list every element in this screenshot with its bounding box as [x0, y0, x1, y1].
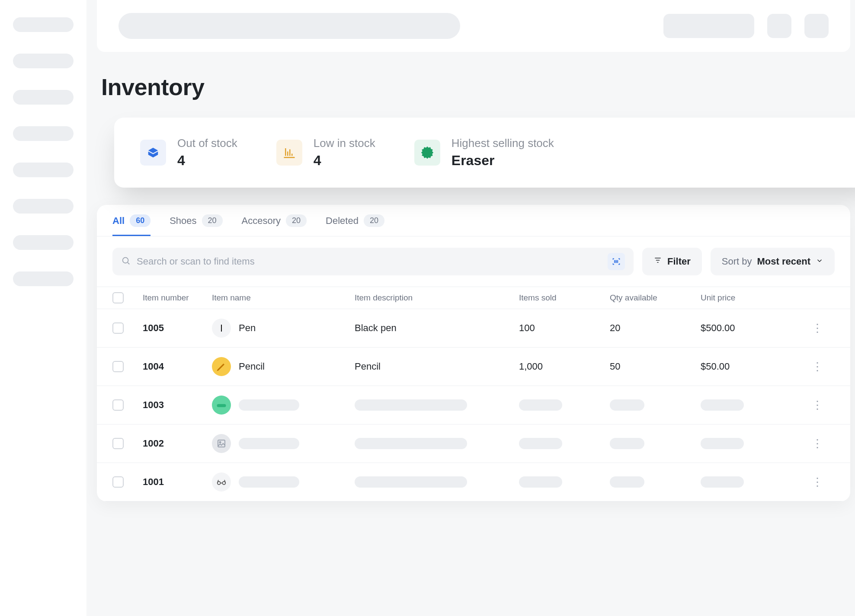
- cell-item-name: [212, 396, 350, 415]
- tab-count: 60: [130, 214, 151, 227]
- cell-unit-price: [701, 476, 796, 488]
- barcode-scan-icon[interactable]: [608, 253, 625, 270]
- cell-item-name: [212, 472, 350, 492]
- col-item-number: Item number: [143, 293, 208, 303]
- row-checkbox[interactable]: [112, 476, 124, 488]
- cell-unit-price: [701, 438, 796, 449]
- sidebar-item-skeleton: [13, 90, 74, 105]
- sidebar-item-skeleton: [13, 54, 74, 68]
- trend-down-icon: [276, 140, 302, 166]
- table-row[interactable]: 1002⋮: [97, 424, 850, 463]
- summary-low-stock[interactable]: Low in stock 4: [276, 137, 375, 169]
- row-actions-menu[interactable]: ⋮: [800, 437, 835, 450]
- cell-item-description: [355, 476, 515, 488]
- cell-items-sold: 100: [519, 322, 605, 334]
- cell-unit-price: $500.00: [701, 322, 796, 334]
- cell-item-number: 1001: [143, 476, 208, 488]
- row-checkbox[interactable]: [112, 322, 124, 334]
- summary-value: 4: [314, 153, 375, 169]
- row-actions-menu[interactable]: ⋮: [800, 476, 835, 489]
- svg-point-0: [123, 258, 128, 263]
- cell-qty-available: [610, 476, 696, 488]
- cell-item-name: Pen: [212, 319, 350, 338]
- tab-shoes[interactable]: Shoes 20: [170, 214, 222, 236]
- cell-item-description: Black pen: [355, 322, 515, 334]
- row-actions-menu[interactable]: ⋮: [800, 399, 835, 412]
- sort-value: Most recent: [757, 256, 810, 267]
- row-checkbox[interactable]: [112, 399, 124, 411]
- cell-qty-available: [610, 438, 696, 449]
- inventory-table-card: All 60 Shoes 20 Accesory 20 Deleted 20: [97, 205, 850, 501]
- sidebar-item-skeleton: [13, 126, 74, 141]
- skeleton: [355, 399, 467, 411]
- sidebar-item-skeleton: [13, 199, 74, 214]
- summary-label: Out of stock: [177, 137, 237, 150]
- col-qty-available: Qty available: [610, 293, 696, 303]
- tab-label: Shoes: [170, 215, 196, 227]
- topbar-search-skeleton: [118, 13, 460, 39]
- table-header: Item number Item name Item description I…: [97, 287, 850, 309]
- sort-label: Sort by: [722, 256, 752, 267]
- skeleton: [701, 438, 744, 449]
- search-icon: [121, 256, 131, 267]
- table-row[interactable]: 1004PencilPencil1,00050$50.00⋮: [97, 348, 850, 386]
- cell-item-name: [212, 434, 350, 453]
- skeleton: [355, 438, 467, 449]
- main-content: Inventory Out of stock 4 Low in stock 4: [86, 0, 855, 616]
- col-item-name: Item name: [212, 293, 350, 303]
- skeleton: [519, 438, 562, 449]
- skeleton: [519, 476, 562, 488]
- cell-item-description: [355, 438, 515, 449]
- tab-label: Accesory: [242, 215, 281, 227]
- item-name-text: Pen: [239, 322, 256, 334]
- cell-items-sold: [519, 476, 605, 488]
- sidebar-item-skeleton: [13, 17, 74, 32]
- tabs: All 60 Shoes 20 Accesory 20 Deleted 20: [97, 205, 850, 236]
- summary-out-of-stock[interactable]: Out of stock 4: [140, 137, 237, 169]
- tab-label: All: [112, 215, 125, 227]
- sort-dropdown[interactable]: Sort by Most recent: [711, 248, 835, 275]
- cell-item-number: 1005: [143, 322, 208, 334]
- cell-item-number: 1004: [143, 361, 208, 372]
- topbar-icon-skeleton: [804, 14, 829, 38]
- cell-item-name: Pencil: [212, 357, 350, 376]
- item-thumbnail: [212, 319, 231, 338]
- sidebar-item-skeleton: [13, 235, 74, 250]
- cell-item-description: Pencil: [355, 361, 515, 372]
- summary-label: Highest selling stock: [452, 137, 554, 150]
- summary-label: Low in stock: [314, 137, 375, 150]
- item-thumbnail: [212, 434, 231, 453]
- topbar-icon-skeleton: [767, 14, 791, 38]
- skeleton: [610, 438, 644, 449]
- search-field-wrap[interactable]: [112, 248, 634, 275]
- skeleton: [610, 476, 644, 488]
- cell-items-sold: [519, 399, 605, 411]
- row-checkbox[interactable]: [112, 438, 124, 449]
- row-checkbox[interactable]: [112, 361, 124, 372]
- search-input[interactable]: [137, 256, 602, 267]
- svg-point-4: [220, 442, 221, 443]
- tab-deleted[interactable]: Deleted 20: [326, 214, 384, 236]
- table-body: 1005PenBlack pen10020$500.00⋮1004PencilP…: [97, 309, 850, 501]
- cell-qty-available: [610, 399, 696, 411]
- tab-count: 20: [202, 214, 223, 227]
- page-title: Inventory: [101, 73, 846, 100]
- filter-icon: [653, 256, 662, 267]
- skeleton: [610, 399, 644, 411]
- tab-accessory[interactable]: Accesory 20: [242, 214, 307, 236]
- summary-highest-selling[interactable]: Highest selling stock Eraser: [414, 137, 554, 169]
- filter-label: Filter: [667, 256, 691, 267]
- item-thumbnail: [212, 357, 231, 376]
- sidebar-item-skeleton: [13, 163, 74, 177]
- row-actions-menu[interactable]: ⋮: [800, 360, 835, 373]
- select-all-checkbox[interactable]: [112, 292, 124, 303]
- svg-rect-1: [221, 325, 222, 332]
- filter-button[interactable]: Filter: [642, 248, 702, 275]
- table-row[interactable]: 1005PenBlack pen10020$500.00⋮: [97, 309, 850, 348]
- table-row[interactable]: 1003⋮: [97, 386, 850, 424]
- row-actions-menu[interactable]: ⋮: [800, 322, 835, 335]
- tab-all[interactable]: All 60: [112, 214, 151, 236]
- skeleton: [239, 438, 299, 449]
- table-row[interactable]: 1001⋮: [97, 463, 850, 501]
- cell-item-number: 1003: [143, 399, 208, 411]
